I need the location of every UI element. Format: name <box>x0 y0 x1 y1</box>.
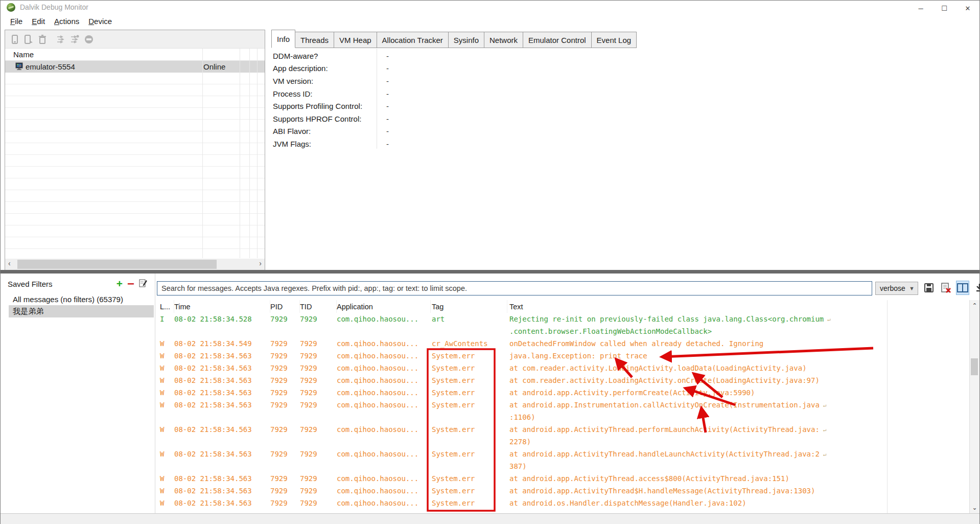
log-cell: 7929 <box>300 472 337 485</box>
log-text-line: onDetachedFromWindow called when already… <box>509 337 763 350</box>
log-cell: W <box>157 386 174 399</box>
horizontal-splitter[interactable] <box>1 270 979 274</box>
save-log-icon[interactable] <box>922 281 936 295</box>
tab-emulator-control[interactable]: Emulator Control <box>523 32 592 48</box>
log-row[interactable]: W08-02 21:58:34.56379297929com.qihoo.hao… <box>157 423 970 448</box>
log-row[interactable]: W08-02 21:58:34.54979297929com.qihoo.hao… <box>157 337 970 350</box>
column-header-time[interactable]: Time <box>174 300 270 313</box>
device-table-header[interactable]: Name <box>5 49 265 61</box>
filter-item[interactable]: All messages (no filters) (65379) <box>9 293 154 305</box>
app-icon <box>7 3 15 12</box>
log-row[interactable]: W08-02 21:58:34.56379297929com.qihoo.hao… <box>157 374 970 386</box>
scroll-right-icon[interactable]: › <box>259 259 262 267</box>
log-cell: W <box>157 423 174 436</box>
column-header-text[interactable]: Text <box>507 300 970 313</box>
scroll-to-bottom-icon[interactable] <box>973 281 980 295</box>
update-heap-icon[interactable] <box>69 34 81 45</box>
log-text-line: at android.app.ActivityThread$H.handleMe… <box>509 485 815 497</box>
log-text-line: Rejecting re-init on previously-failed c… <box>509 313 831 325</box>
log-row[interactable]: W08-02 21:58:34.56379297929com.qihoo.hao… <box>157 350 970 362</box>
log-cell: 7929 <box>300 399 337 411</box>
add-filter-icon[interactable]: + <box>116 280 123 288</box>
log-cell: com.qihoo.haosou... <box>337 386 431 399</box>
menu-actions[interactable]: Actions <box>50 15 84 27</box>
log-cell: 08-02 21:58:34.563 <box>174 362 270 374</box>
log-cell: 08-02 21:58:34.563 <box>174 374 270 386</box>
debug-attach-icon[interactable] <box>23 34 34 45</box>
log-cell: 08-02 21:58:34.563 <box>174 399 270 411</box>
column-header-application[interactable]: Application <box>337 300 431 313</box>
tab-vm-heap[interactable]: VM Heap <box>334 32 377 48</box>
log-cell-text: at android.app.Instrumentation.callActiv… <box>507 399 827 423</box>
logcat-panel: verbose ▼ L...TimePIDTIDApplicationTagTe… <box>157 274 979 513</box>
logcat-rows: I08-02 21:58:34.52879297929com.qihoo.hao… <box>157 313 970 513</box>
log-cell-text: java.lang.Exception: print trace <box>507 350 647 362</box>
tab-network[interactable]: Network <box>484 32 523 48</box>
scroll-thumb[interactable] <box>971 358 978 375</box>
log-row[interactable]: W08-02 21:58:34.56379297929com.qihoo.hao… <box>157 362 970 374</box>
scroll-left-icon[interactable]: ‹ <box>8 259 11 267</box>
scroll-thumb[interactable] <box>17 260 217 269</box>
device-tree[interactable]: emulator-5554Online <box>5 61 265 259</box>
log-cell: 08-02 21:58:34.563 <box>174 423 270 436</box>
logcat-vertical-scrollbar[interactable]: ⌃ ⌄ <box>969 300 979 513</box>
log-text-line: at com.reader.activity.LoadingActivity.o… <box>509 374 820 386</box>
column-header-pid[interactable]: PID <box>270 300 300 313</box>
log-row[interactable]: W08-02 21:58:34.56379297929com.qihoo.hao… <box>157 399 970 423</box>
edit-filter-icon[interactable] <box>139 279 148 289</box>
log-row[interactable]: W08-02 21:58:34.56379297929com.qihoo.hao… <box>157 485 970 497</box>
info-row: VM version:- <box>273 75 389 87</box>
name-column-header: Name <box>13 50 34 59</box>
log-row[interactable]: W08-02 21:58:34.56379297929com.qihoo.hao… <box>157 472 970 485</box>
tab-sysinfo[interactable]: Sysinfo <box>448 32 484 48</box>
display-mode-icon[interactable] <box>956 281 969 295</box>
stop-process-icon[interactable] <box>83 34 95 45</box>
tab-info[interactable]: Info <box>271 30 295 48</box>
tab-allocation-tracker[interactable]: Allocation Tracker <box>377 32 449 48</box>
log-row[interactable]: W08-02 21:58:34.56379297929com.qihoo.hao… <box>157 448 970 472</box>
log-cell: System.err <box>431 374 507 386</box>
clear-log-icon[interactable] <box>939 281 952 295</box>
menu-device[interactable]: Device <box>84 15 116 27</box>
tab-threads[interactable]: Threads <box>295 32 334 48</box>
menu-file[interactable]: File <box>6 15 27 27</box>
log-text-line: at android.app.Activity.performCreate(Ac… <box>509 386 755 399</box>
info-rows: DDM-aware?-App description:-VM version:-… <box>273 50 389 150</box>
logcat-header: L...TimePIDTIDApplicationTagText <box>157 300 970 313</box>
column-header-tag[interactable]: Tag <box>431 300 507 313</box>
log-cell: W <box>157 337 174 350</box>
column-divider <box>240 49 240 258</box>
saved-filters-header: Saved Filters + − <box>1 277 155 291</box>
log-text-line: 387) <box>509 460 827 472</box>
search-input[interactable] <box>157 281 872 295</box>
filter-item[interactable]: 我是弟弟 <box>9 305 154 317</box>
log-level-select[interactable]: verbose ▼ <box>875 282 918 295</box>
scroll-up-icon[interactable]: ⌃ <box>970 302 979 309</box>
delete-icon[interactable] <box>37 34 48 45</box>
log-row[interactable]: W08-02 21:58:34.56379297929com.qihoo.hao… <box>157 497 970 509</box>
wrap-icon: ↵ <box>827 316 831 323</box>
scroll-down-icon[interactable]: ⌄ <box>970 504 979 511</box>
remove-filter-icon[interactable]: − <box>127 280 134 287</box>
log-cell: W <box>157 362 174 374</box>
device-row[interactable]: emulator-5554Online <box>5 61 265 73</box>
wrap-icon: ↵ <box>823 426 827 433</box>
log-cell: 7929 <box>270 374 300 386</box>
tab-event-log[interactable]: Event Log <box>591 32 637 48</box>
device-horizontal-scrollbar[interactable]: ‹ › <box>5 259 265 270</box>
log-row[interactable]: W08-02 21:58:34.56379297929com.qihoo.hao… <box>157 386 970 399</box>
log-cell: 08-02 21:58:34.563 <box>174 497 270 509</box>
log-text-line: :1106) <box>509 411 827 423</box>
log-cell: 08-02 21:58:34.563 <box>174 386 270 399</box>
log-cell: com.qihoo.haosou... <box>337 313 431 325</box>
info-value: - <box>381 102 389 110</box>
debug-device-icon[interactable] <box>9 34 20 45</box>
app-window: Dalvik Debug Monitor ─☐✕ FileEditActions… <box>0 0 980 524</box>
log-cell: System.err <box>431 448 507 460</box>
log-cell: 7929 <box>300 423 337 436</box>
column-header-l[interactable]: L... <box>157 300 174 313</box>
update-threads-icon[interactable] <box>56 34 67 45</box>
log-row[interactable]: I08-02 21:58:34.52879297929com.qihoo.hao… <box>157 313 970 337</box>
column-header-tid[interactable]: TID <box>300 300 337 313</box>
menu-edit[interactable]: Edit <box>27 15 50 27</box>
